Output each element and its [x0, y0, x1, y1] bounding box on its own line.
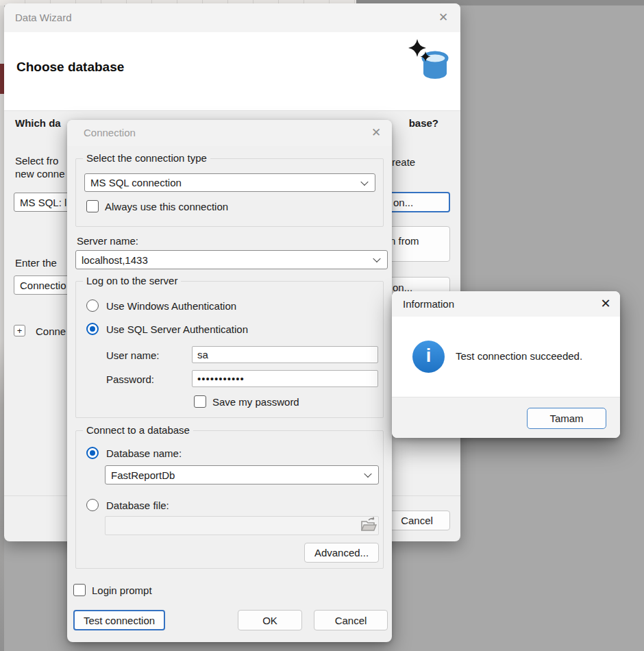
wizard-enter-label: Enter the — [15, 257, 57, 269]
save-password-checkbox[interactable] — [194, 395, 206, 408]
connection-titlebar: Connection ✕ — [67, 120, 392, 146]
tamam-button[interactable]: Tamam — [527, 408, 606, 429]
info-icon: i — [412, 341, 445, 373]
database-name-value: FastReportDb — [111, 466, 362, 484]
login-prompt-checkbox[interactable] — [73, 584, 86, 596]
close-icon[interactable]: ✕ — [367, 124, 385, 142]
server-name-value: localhost,1433 — [82, 251, 371, 269]
test-connection-button[interactable]: Test connection — [73, 610, 165, 630]
wizard-header: Choose database — [4, 32, 460, 110]
username-label: User name: — [106, 349, 160, 361]
browse-file-button[interactable] — [358, 517, 379, 535]
windows-auth-label: Use Windows Authentication — [106, 300, 236, 312]
ok-button[interactable]: OK — [238, 610, 302, 630]
username-field[interactable] — [192, 346, 378, 363]
connection-type-combo[interactable]: MS SQL connection — [84, 173, 375, 192]
database-sparkle-icon — [407, 34, 451, 86]
wizard-question-right: base? — [409, 117, 438, 129]
connection-dialog: Connection ✕ Select the connection type … — [67, 120, 392, 642]
password-field[interactable] — [192, 370, 378, 387]
database-group: Connect to a database Database name: Fas… — [75, 430, 384, 569]
sql-auth-radio[interactable] — [86, 323, 99, 335]
information-body: i Test connection succeeded. — [392, 317, 620, 397]
wizard-question-left: Which da — [15, 117, 61, 129]
always-use-label: Always use this connection — [105, 201, 228, 212]
expander-plus-icon[interactable]: + — [14, 325, 25, 336]
login-prompt-label: Login prompt — [92, 585, 152, 596]
sql-auth-label: Use SQL Server Authentication — [106, 323, 248, 335]
password-label: Password: — [106, 373, 154, 385]
browse-folder-icon — [360, 517, 377, 533]
information-titlebar: Information ✕ — [392, 291, 620, 317]
wizard-select-label-line2: new conne — [15, 168, 65, 180]
database-name-combo[interactable]: FastReportDb — [105, 465, 379, 484]
database-name-radio[interactable] — [86, 447, 99, 459]
logon-group: Log on to the server Use Windows Authent… — [75, 281, 384, 418]
chevron-down-icon — [360, 177, 368, 185]
close-icon[interactable]: ✕ — [434, 9, 452, 27]
advanced-button[interactable]: Advanced... — [304, 543, 379, 563]
wizard-select-label-line1: Select fro — [15, 155, 58, 167]
database-name-label: Database name: — [106, 447, 182, 459]
wizard-create-fragment: reate — [392, 156, 415, 168]
information-footer: Tamam — [392, 397, 620, 438]
connection-type-combo-value: MS SQL connection — [90, 174, 358, 191]
information-title: Information — [403, 291, 454, 317]
wizard-connection-from-button[interactable]: n from — [385, 226, 450, 262]
database-file-radio[interactable] — [86, 499, 99, 511]
wizard-expander-label: Conne — [36, 326, 66, 337]
wizard-new-connection-button[interactable]: on... — [385, 192, 450, 212]
cancel-button[interactable]: Cancel — [314, 610, 388, 630]
close-icon[interactable]: ✕ — [597, 295, 615, 312]
save-password-label: Save my password — [212, 396, 299, 408]
logon-legend: Log on to the server — [83, 275, 181, 286]
server-name-combo[interactable]: localhost,1433 — [75, 250, 388, 269]
connection-type-group: Select the connection type MS SQL connec… — [75, 158, 384, 227]
information-message: Test connection succeeded. — [456, 350, 582, 362]
windows-auth-radio[interactable] — [86, 299, 99, 312]
chevron-down-icon — [373, 255, 380, 262]
chevron-down-icon — [364, 470, 371, 478]
database-legend: Connect to a database — [83, 424, 193, 436]
data-wizard-titlebar: Data Wizard ✕ — [4, 3, 460, 32]
wizard-cancel-button[interactable]: Cancel — [384, 511, 450, 530]
connection-title: Connection — [84, 120, 136, 146]
database-file-field — [105, 516, 379, 535]
database-file-label: Database file: — [106, 500, 169, 511]
connection-type-legend: Select the connection type — [83, 152, 210, 164]
server-name-label: Server name: — [77, 235, 138, 247]
wizard-select-label: Select fro new conne — [15, 154, 65, 180]
always-use-checkbox[interactable] — [86, 200, 99, 212]
page-title: Choose database — [16, 60, 124, 75]
information-dialog: Information ✕ i Test connection succeede… — [392, 291, 620, 438]
data-wizard-title: Data Wizard — [15, 3, 72, 32]
